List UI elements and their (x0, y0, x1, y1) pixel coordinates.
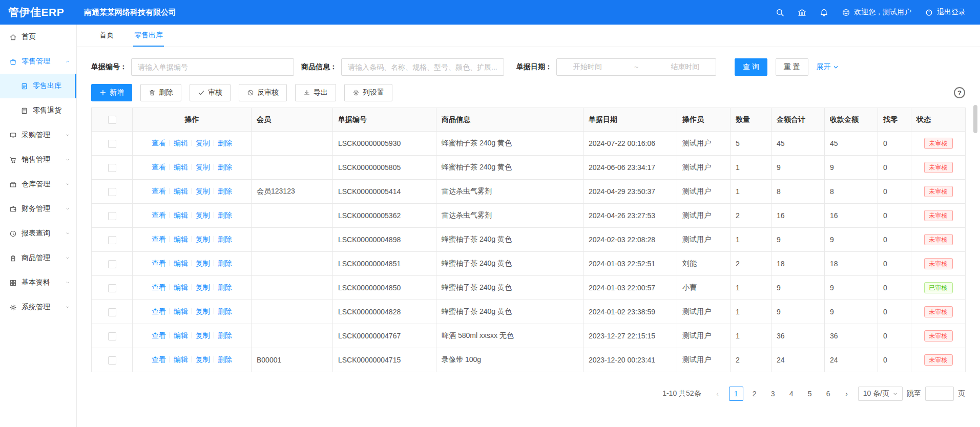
column-settings-button[interactable]: 列设置 (344, 84, 392, 101)
tab-retail-outbound[interactable]: 零售出库 (133, 25, 164, 47)
edit-link[interactable]: 编辑 (174, 235, 188, 243)
help-icon[interactable]: ? (954, 87, 965, 98)
sidebar-item-purchase[interactable]: 采购管理 (0, 123, 76, 147)
sidebar-item-retail-return[interactable]: 零售退货 (0, 98, 76, 123)
view-link[interactable]: 查看 (152, 331, 166, 339)
logout-button[interactable]: 退出登录 (925, 8, 966, 17)
sidebar-item-goods[interactable]: 商品管理 (0, 246, 76, 270)
page-button-3[interactable]: 3 (766, 387, 780, 401)
view-link[interactable]: 查看 (152, 211, 166, 219)
sidebar-item-retail[interactable]: 零售管理 (0, 49, 76, 74)
prev-page-button[interactable]: ‹ (711, 387, 725, 401)
row-checkbox[interactable] (108, 284, 116, 292)
edit-link[interactable]: 编辑 (174, 187, 188, 195)
sidebar-item-sales[interactable]: 销售管理 (0, 147, 76, 172)
row-checkbox[interactable] (108, 236, 116, 244)
row-checkbox[interactable] (108, 164, 116, 172)
copy-link[interactable]: 复制 (196, 235, 210, 243)
copy-link[interactable]: 复制 (196, 355, 210, 364)
edit-link[interactable]: 编辑 (174, 211, 188, 219)
edit-link[interactable]: 编辑 (174, 163, 188, 171)
copy-link[interactable]: 复制 (196, 187, 210, 195)
sidebar-item-basic[interactable]: 基本资料 (0, 270, 76, 295)
expand-link[interactable]: 展开 (817, 62, 839, 72)
audit-button[interactable]: 审核 (190, 84, 231, 101)
sidebar-item-home[interactable]: 首页 (0, 25, 76, 49)
edit-link[interactable]: 编辑 (174, 283, 188, 291)
export-button[interactable]: 导出 (295, 84, 336, 101)
bell-icon[interactable] (820, 8, 828, 17)
copy-link[interactable]: 复制 (196, 163, 210, 171)
edit-link[interactable]: 编辑 (174, 259, 188, 267)
sidebar-item-finance[interactable]: 财务管理 (0, 197, 76, 221)
delete-link[interactable]: 删除 (218, 163, 232, 171)
vertical-scrollbar-thumb[interactable] (973, 105, 977, 133)
jump-input[interactable] (925, 387, 954, 401)
product-info-input[interactable] (341, 58, 504, 76)
delete-link[interactable]: 删除 (218, 187, 232, 195)
search-button[interactable]: 查 询 (735, 58, 767, 76)
row-checkbox[interactable] (108, 308, 116, 316)
delete-link[interactable]: 删除 (218, 139, 232, 147)
delete-link[interactable]: 删除 (218, 283, 232, 291)
page-button-2[interactable]: 2 (747, 387, 762, 401)
view-link[interactable]: 查看 (152, 139, 166, 147)
copy-link[interactable]: 复制 (196, 259, 210, 267)
delete-button[interactable]: 删除 (140, 84, 181, 101)
add-button[interactable]: 新增 (91, 84, 132, 101)
view-link[interactable]: 查看 (152, 235, 166, 243)
bill-no-input[interactable] (131, 58, 294, 76)
home-icon (9, 33, 17, 41)
view-link[interactable]: 查看 (152, 163, 166, 171)
view-link[interactable]: 查看 (152, 307, 166, 315)
copy-link[interactable]: 复制 (196, 331, 210, 339)
delete-link[interactable]: 删除 (218, 331, 232, 339)
edit-link[interactable]: 编辑 (174, 139, 188, 147)
sidebar-item-retail-outbound[interactable]: 零售出库 (0, 74, 76, 98)
row-checkbox[interactable] (108, 260, 116, 268)
row-checkbox[interactable] (108, 212, 116, 220)
date-range-picker[interactable]: 开始时间 ~ 结束时间 (556, 58, 716, 76)
reset-button[interactable]: 重 置 (776, 58, 808, 76)
sidebar-item-warehouse[interactable]: 仓库管理 (0, 172, 76, 197)
next-page-button[interactable]: › (840, 387, 854, 401)
delete-link[interactable]: 删除 (218, 259, 232, 267)
operation-cell: 查看编辑复制删除 (133, 252, 252, 276)
page-button-4[interactable]: 4 (784, 387, 799, 401)
copy-link[interactable]: 复制 (196, 307, 210, 315)
delete-link[interactable]: 删除 (218, 307, 232, 315)
col-product: 商品信息 (436, 108, 583, 132)
bank-icon[interactable] (798, 8, 806, 17)
row-checkbox[interactable] (108, 188, 116, 196)
edit-link[interactable]: 编辑 (174, 355, 188, 364)
page-button-6[interactable]: 6 (821, 387, 836, 401)
copy-link[interactable]: 复制 (196, 283, 210, 291)
user-welcome[interactable]: 欢迎您，测试用户 (842, 8, 911, 17)
copy-link[interactable]: 复制 (196, 211, 210, 219)
view-link[interactable]: 查看 (152, 259, 166, 267)
sidebar-item-system[interactable]: 系统管理 (0, 295, 76, 319)
search-icon[interactable] (776, 8, 784, 17)
row-checkbox[interactable] (108, 140, 116, 148)
page-button-5[interactable]: 5 (803, 387, 817, 401)
page-size-select[interactable]: 10 条/页 (858, 387, 903, 401)
tab-home[interactable]: 首页 (98, 25, 115, 47)
select-all-checkbox[interactable] (108, 116, 116, 124)
view-link[interactable]: 查看 (152, 355, 166, 364)
delete-link[interactable]: 删除 (218, 355, 232, 364)
view-link[interactable]: 查看 (152, 187, 166, 195)
delete-link[interactable]: 删除 (218, 235, 232, 243)
row-checkbox[interactable] (108, 356, 116, 365)
delete-link[interactable]: 删除 (218, 211, 232, 219)
app-logo[interactable]: 管伊佳ERP (0, 5, 77, 19)
edit-link[interactable]: 编辑 (174, 331, 188, 339)
col-change: 找零 (878, 108, 911, 132)
view-link[interactable]: 查看 (152, 283, 166, 291)
row-checkbox[interactable] (108, 332, 116, 340)
unaudit-button[interactable]: 反审核 (239, 84, 287, 101)
copy-link[interactable]: 复制 (196, 139, 210, 147)
sidebar-item-report[interactable]: 报表查询 (0, 221, 76, 246)
page-button-1[interactable]: 1 (729, 387, 743, 401)
edit-link[interactable]: 编辑 (174, 307, 188, 315)
qty-cell: 2 (731, 204, 772, 228)
